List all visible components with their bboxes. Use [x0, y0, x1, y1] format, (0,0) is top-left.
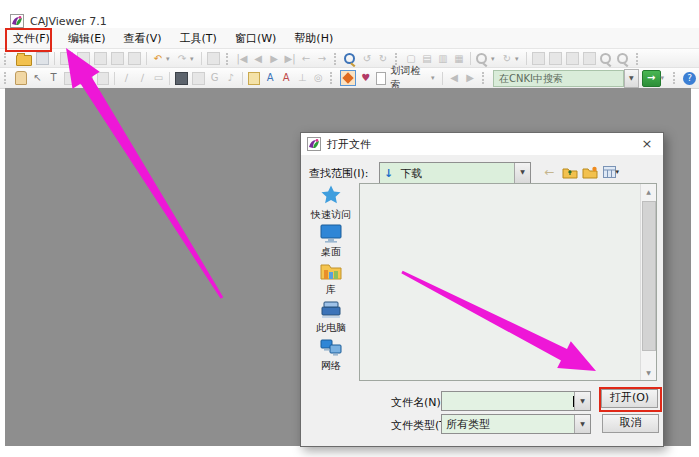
menu-edit[interactable]: 编辑(E) [59, 29, 115, 48]
menu-tools[interactable]: 工具(T) [171, 29, 226, 48]
search-next-icon[interactable]: ▶ [462, 70, 478, 86]
fit-width-icon[interactable] [549, 52, 562, 65]
new-folder-icon[interactable] [581, 164, 598, 180]
scrollbar-down-icon[interactable]: ▼ [641, 365, 656, 380]
word-search-dropdown-icon[interactable]: ▾ [431, 74, 439, 82]
scrollbar-thumb[interactable] [642, 201, 656, 351]
toolbar-grip[interactable] [482, 72, 486, 84]
send-mail-icon[interactable] [207, 52, 220, 65]
search-icon[interactable] [344, 53, 355, 64]
underline-tool-icon[interactable]: A [278, 70, 294, 86]
text-select-tool-icon[interactable]: T [46, 70, 62, 86]
previous-page-icon[interactable]: ◀ [250, 51, 266, 67]
layout-facing-icon[interactable]: ▥ [435, 51, 451, 67]
open-file-icon[interactable] [16, 55, 32, 66]
layout-continuous-facing-icon[interactable]: ▦ [451, 51, 467, 67]
toolbar-grip[interactable] [395, 53, 399, 65]
search-prev-icon[interactable]: ◀ [446, 70, 462, 86]
file-type-combobox[interactable]: 所有类型 ▼ [441, 414, 591, 434]
look-in-dropdown-icon[interactable]: ▼ [514, 163, 530, 183]
place-network[interactable]: 网络 [303, 336, 359, 373]
select-tool-icon[interactable]: ↖ [30, 70, 46, 86]
redo-icon[interactable]: ↷ [174, 51, 190, 67]
back-view-icon[interactable]: ← [298, 51, 314, 67]
toolbar-grip[interactable] [330, 72, 334, 84]
marquee-zoom-icon[interactable] [476, 53, 487, 64]
menu-help[interactable]: 帮助(H) [285, 29, 342, 48]
next-page-icon[interactable]: ▶ [266, 51, 282, 67]
knowledge-node-icon[interactable]: ♥ [358, 70, 374, 86]
undo-dropdown-icon[interactable]: ▾ [166, 55, 174, 63]
print-preview-icon[interactable] [77, 52, 90, 65]
cnki-go-dropdown-icon[interactable]: ▾ [661, 74, 669, 82]
cnki-search-dropdown-icon[interactable]: ▼ [624, 69, 640, 88]
place-desktop[interactable]: 桌面 [303, 222, 359, 259]
scrollbar-up-icon[interactable]: ▲ [641, 184, 656, 199]
sound-tool-icon[interactable]: ♪ [223, 70, 239, 86]
zoom-out-icon[interactable] [617, 53, 628, 64]
place-this-pc[interactable]: 此电脑 [303, 298, 359, 335]
note-tool-icon[interactable] [64, 72, 77, 85]
toolbar-grip[interactable] [673, 72, 677, 84]
back-folder-icon[interactable]: ← [541, 164, 558, 180]
link-tool-icon[interactable] [192, 72, 205, 85]
file-list-area[interactable]: ▲ ▼ [359, 183, 657, 381]
copy-icon[interactable] [94, 52, 107, 65]
word-capture-icon[interactable] [340, 70, 356, 86]
file-type-dropdown-icon[interactable]: ▼ [574, 415, 590, 433]
highlight-tool-icon[interactable] [248, 72, 261, 85]
dynamic-zoom-icon[interactable]: ↻ [499, 51, 515, 67]
marquee-zoom-dropdown-icon[interactable]: ▾ [491, 55, 499, 63]
dialog-title-bar[interactable]: 打开文件 [301, 133, 663, 155]
file-name-dropdown-icon[interactable]: ▼ [574, 392, 590, 410]
eraser-tool-icon[interactable] [97, 72, 110, 85]
menu-window[interactable]: 窗口(W) [226, 29, 285, 48]
up-one-level-icon[interactable] [561, 164, 578, 180]
save-icon[interactable] [36, 52, 49, 65]
print-icon[interactable] [60, 52, 73, 65]
cancel-button[interactable]: 取消 [602, 414, 659, 433]
view-menu-icon[interactable]: ▾ [601, 164, 625, 180]
cnki-search-input[interactable]: 在CNKI中搜索 [493, 70, 624, 87]
menu-view[interactable]: 查看(V) [114, 29, 170, 48]
forward-view-icon[interactable]: → [314, 51, 330, 67]
menu-file[interactable]: 文件(F) [4, 29, 59, 48]
fit-page-icon[interactable] [532, 52, 545, 65]
dialog-close-button[interactable]: × [631, 133, 663, 155]
hand-tool-icon[interactable] [15, 71, 27, 85]
rotate-right-icon[interactable]: ↻ [375, 51, 391, 67]
look-in-combobox[interactable]: ↓ 下载 ▼ [379, 162, 531, 184]
first-page-icon[interactable]: |◀ [234, 51, 250, 67]
toolbar-grip[interactable] [4, 53, 8, 65]
pencil-tool-icon[interactable] [80, 72, 93, 85]
toolbar-grip[interactable] [334, 53, 338, 65]
fit-height-icon[interactable] [566, 52, 579, 65]
place-libraries[interactable]: 库 [303, 260, 359, 297]
toolbar-grip[interactable] [4, 72, 8, 84]
text-color-tool-icon[interactable]: A [262, 70, 278, 86]
rotate-left-icon[interactable]: ↺ [359, 51, 375, 67]
cnki-search-go-button[interactable]: → [642, 70, 660, 87]
rectangle-tool-icon[interactable]: ▭ [150, 70, 166, 86]
image-tool-icon[interactable] [175, 72, 188, 85]
actual-size-icon[interactable] [583, 52, 596, 65]
dynamic-zoom-dropdown-icon[interactable]: ▾ [515, 55, 523, 63]
place-quick-access[interactable]: 快速访问 [303, 183, 359, 222]
view-menu-dropdown-icon[interactable]: ▾ [616, 168, 624, 176]
line-tool-icon[interactable]: ∕ [118, 70, 134, 86]
file-list-scrollbar[interactable]: ▲ ▼ [640, 184, 656, 380]
toolbar-grip[interactable] [636, 53, 640, 65]
word-search-doc-icon[interactable] [376, 72, 387, 85]
polyline-tool-icon[interactable]: ∕ [134, 70, 150, 86]
open-button[interactable]: 打开(O) [601, 389, 658, 408]
strikeout-tool-icon[interactable]: ⊥ [294, 70, 310, 86]
snapshot-icon[interactable] [111, 52, 124, 65]
redo-dropdown-icon[interactable]: ▾ [190, 55, 198, 63]
toolbar-grip[interactable] [226, 53, 230, 65]
stamp-tool-icon[interactable]: ◎ [310, 70, 326, 86]
select-all-icon[interactable] [128, 52, 141, 65]
file-name-combobox[interactable]: ▼ [441, 391, 591, 411]
last-page-icon[interactable]: ▶| [282, 51, 298, 67]
signature-tool-icon[interactable]: G [207, 70, 223, 86]
zoom-in-icon[interactable] [600, 53, 611, 64]
